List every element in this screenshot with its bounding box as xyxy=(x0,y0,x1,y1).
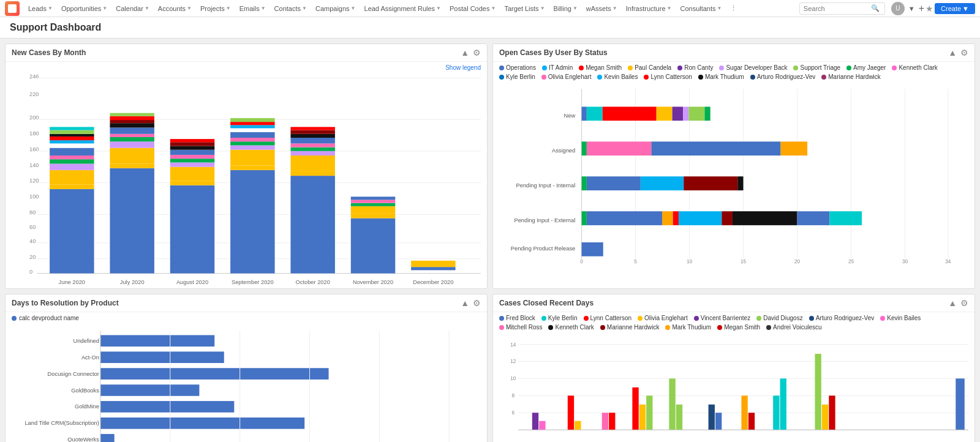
svg-text:34: 34 xyxy=(945,259,951,264)
svg-text:6: 6 xyxy=(511,410,514,416)
svg-rect-48 xyxy=(170,181,214,185)
svg-rect-137 xyxy=(797,211,830,225)
svg-rect-124 xyxy=(781,141,807,155)
cases-closed-chart: 14 12 10 8 6 xyxy=(499,337,968,442)
svg-rect-139 xyxy=(582,242,603,257)
svg-rect-121 xyxy=(582,141,587,155)
legend-support: Support Triage xyxy=(793,64,840,71)
user-menu[interactable]: ▼ xyxy=(908,5,915,12)
nav-plus[interactable]: + xyxy=(919,3,924,14)
legend-marianne: Marianne Hardwick xyxy=(821,73,881,80)
open-cases-settings[interactable]: ⚙ xyxy=(960,48,968,58)
svg-rect-187 xyxy=(568,395,574,430)
svg-rect-26 xyxy=(50,155,94,159)
nav-postal-codes[interactable]: Postal Codes ▼ xyxy=(446,0,499,17)
nav-wassets[interactable]: wAssets ▼ xyxy=(582,0,621,17)
days-resolution-controls: ▲ ⚙ xyxy=(461,298,481,308)
nav-leads[interactable]: Leads ▼ xyxy=(24,0,56,17)
svg-rect-35 xyxy=(110,168,154,274)
svg-rect-132 xyxy=(662,211,673,225)
svg-rect-84 xyxy=(351,203,395,206)
svg-rect-68 xyxy=(230,118,274,122)
open-cases-title: Open Cases By User By Status xyxy=(499,48,608,57)
nav-lead-assignment[interactable]: Lead Assignment Rules ▼ xyxy=(361,0,445,17)
legend-fred: Fred Block xyxy=(499,315,535,321)
svg-text:December 2020: December 2020 xyxy=(413,279,453,285)
svg-rect-79 xyxy=(290,127,334,130)
svg-rect-22 xyxy=(50,185,94,189)
show-legend-button[interactable]: Show legend xyxy=(445,64,481,71)
nav-target-lists[interactable]: Target Lists ▼ xyxy=(500,0,548,17)
svg-rect-45 xyxy=(110,113,154,116)
open-cases-body: New Assigned Pending Input - Internal Pe… xyxy=(493,83,974,266)
svg-rect-53 xyxy=(170,150,214,155)
svg-rect-55 xyxy=(170,142,214,146)
svg-rect-88 xyxy=(411,267,455,270)
nav-more[interactable]: ⋮ xyxy=(726,0,741,17)
svg-rect-77 xyxy=(290,134,334,138)
search-icon: 🔍 xyxy=(871,4,880,12)
nav-projects[interactable]: Projects ▼ xyxy=(197,0,235,17)
svg-rect-134 xyxy=(679,211,722,225)
cases-closed-collapse[interactable]: ▲ xyxy=(948,298,957,308)
app-logo[interactable] xyxy=(5,1,20,16)
nav-right-actions: U ▼ + xyxy=(891,2,924,15)
svg-rect-118 xyxy=(683,107,688,121)
open-cases-collapse[interactable]: ▲ xyxy=(948,48,957,58)
cases-closed-settings[interactable]: ⚙ xyxy=(960,298,968,308)
open-cases-chart: New Assigned Pending Input - Internal Pe… xyxy=(499,83,968,266)
days-resolution-settings[interactable]: ⚙ xyxy=(473,298,481,308)
legend-lynn: Lynn Catterson xyxy=(644,73,692,80)
page-header: Support Dashboard xyxy=(0,17,980,39)
svg-rect-114 xyxy=(587,107,603,121)
svg-rect-191 xyxy=(632,388,638,430)
nav-accounts[interactable]: Accounts ▼ xyxy=(154,0,195,17)
svg-rect-27 xyxy=(50,148,94,155)
nav-consultants[interactable]: Consultants ▼ xyxy=(676,0,725,17)
legend-sugar: Sugar Developer Back xyxy=(719,64,787,71)
svg-text:20: 20 xyxy=(29,254,36,260)
svg-rect-200 xyxy=(773,395,779,430)
nav-opportunities[interactable]: Opportunities ▼ xyxy=(58,0,111,17)
nav-emails[interactable]: Emails ▼ xyxy=(236,0,270,17)
create-button[interactable]: Create ▼ xyxy=(935,3,975,14)
legend-amy: Amy Jaeger xyxy=(846,64,886,71)
svg-rect-127 xyxy=(641,176,684,190)
nav-contacts[interactable]: Contacts ▼ xyxy=(271,0,311,17)
svg-text:Land Title CRM(Subscription): Land Title CRM(Subscription) xyxy=(24,420,99,426)
svg-rect-145 xyxy=(100,368,329,380)
svg-rect-128 xyxy=(684,176,737,190)
new-cases-collapse[interactable]: ▲ xyxy=(461,48,469,58)
svg-rect-197 xyxy=(715,413,722,430)
svg-rect-30 xyxy=(50,137,94,140)
svg-rect-37 xyxy=(110,148,154,164)
favorite-icon[interactable]: ★ xyxy=(925,4,933,13)
search-input[interactable] xyxy=(804,5,871,12)
nav-billing[interactable]: Billing ▼ xyxy=(550,0,581,17)
svg-rect-40 xyxy=(110,134,154,137)
svg-rect-113 xyxy=(582,107,587,121)
svg-text:30: 30 xyxy=(902,259,908,264)
new-cases-settings[interactable]: ⚙ xyxy=(473,48,481,58)
svg-rect-189 xyxy=(602,413,608,430)
top-navigation: Leads ▼ Opportunities ▼ Calendar ▼ Accou… xyxy=(0,0,980,17)
days-resolution-header: Days to Resolution by Product ▲ ⚙ xyxy=(6,294,487,312)
svg-rect-149 xyxy=(100,401,234,413)
nav-infrastructure[interactable]: Infrastructure ▼ xyxy=(622,0,676,17)
svg-rect-71 xyxy=(290,171,334,176)
nav-calendar[interactable]: Calendar ▼ xyxy=(112,0,153,17)
svg-text:25: 25 xyxy=(848,259,854,264)
avatar[interactable]: U xyxy=(891,2,905,15)
svg-rect-115 xyxy=(603,107,657,121)
svg-rect-50 xyxy=(170,162,214,167)
legend-andrei: Andrei Voiculescu xyxy=(766,324,822,331)
svg-text:October 2020: October 2020 xyxy=(296,279,330,285)
days-resolution-collapse[interactable]: ▲ xyxy=(461,298,469,308)
svg-text:Undefined: Undefined xyxy=(73,338,99,344)
search-box[interactable]: 🔍 xyxy=(799,2,885,15)
svg-rect-143 xyxy=(100,351,224,363)
nav-campaigns[interactable]: Campaigns ▼ xyxy=(312,0,360,17)
svg-rect-21 xyxy=(50,189,94,274)
svg-rect-198 xyxy=(741,395,747,430)
svg-rect-39 xyxy=(110,137,154,141)
